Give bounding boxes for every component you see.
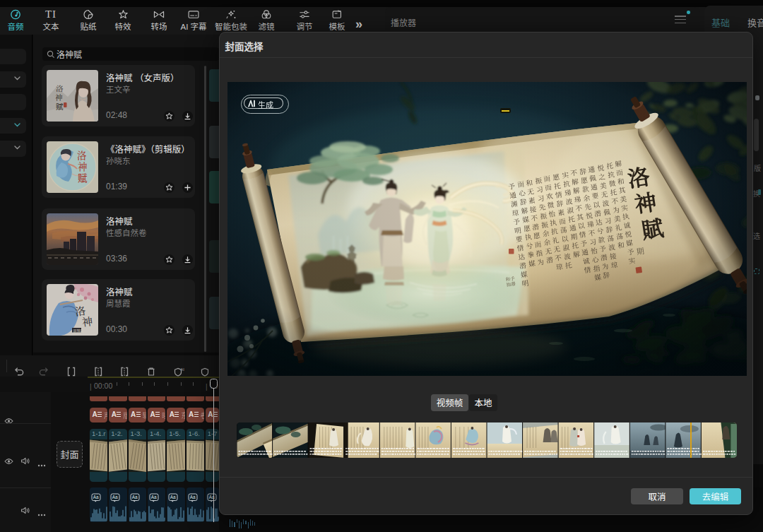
svg-text:Aa: Aa [93,495,99,500]
svg-text:Aa: Aa [170,495,176,500]
svg-text:Aa: Aa [112,495,118,500]
svg-text:AI: AI [181,367,185,372]
svg-text:Aa: Aa [131,495,137,500]
svg-text:Aa: Aa [151,495,157,500]
svg-text:Aa: Aa [189,495,195,500]
